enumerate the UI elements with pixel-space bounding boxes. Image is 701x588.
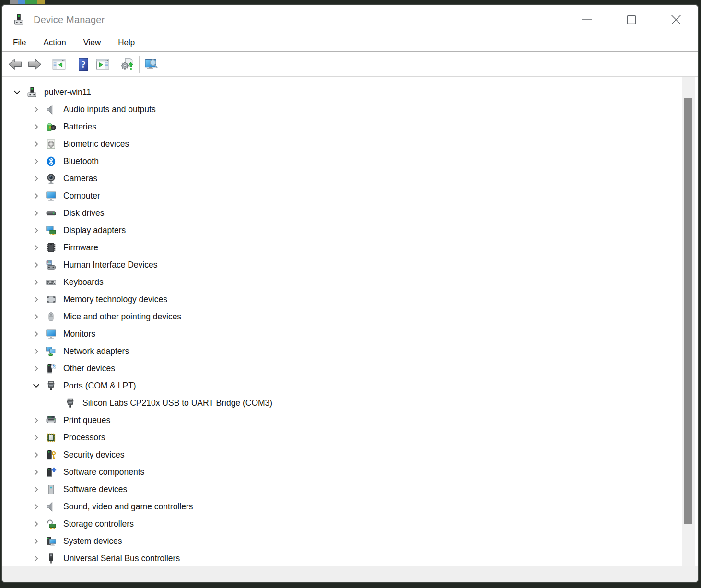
back-button[interactable]	[7, 56, 23, 72]
tree-item[interactable]: Processors	[2, 429, 698, 446]
chip-icon	[45, 242, 57, 254]
expand-chevron[interactable]	[27, 446, 45, 463]
menu-view[interactable]: View	[83, 37, 102, 48]
tree-item[interactable]: Sound, video and game controllers	[2, 498, 698, 515]
tree-item[interactable]: Biometric devices	[2, 135, 698, 153]
tree-item[interactable]: Batteries	[2, 118, 698, 135]
expand-chevron[interactable]	[27, 308, 45, 325]
tree-item[interactable]: Software components	[2, 463, 698, 481]
statusbar-section	[485, 566, 604, 583]
menu-help[interactable]: Help	[117, 37, 135, 48]
title-bar[interactable]: Device Manager	[2, 5, 698, 35]
expand-chevron[interactable]	[27, 550, 45, 566]
tree-item[interactable]: Print queues	[2, 412, 698, 429]
tree-item[interactable]: Human Interface Devices	[2, 256, 698, 273]
tree-item-label: Software devices	[63, 484, 127, 494]
desktop-artifact	[10, 0, 18, 4]
expand-chevron[interactable]	[27, 204, 45, 222]
show-action-pane-button[interactable]	[94, 56, 111, 72]
tree-item[interactable]: Security devices	[2, 446, 698, 463]
expand-chevron[interactable]	[27, 463, 45, 481]
expand-chevron[interactable]	[27, 342, 45, 360]
serial-port-icon	[45, 380, 57, 392]
tree-item-label: Firmware	[63, 243, 98, 253]
expand-chevron[interactable]	[27, 101, 45, 118]
tree-item[interactable]: Display adapters	[2, 222, 698, 239]
expand-chevron[interactable]	[27, 256, 45, 273]
expand-chevron[interactable]	[27, 239, 45, 256]
show-console-tree-button[interactable]	[51, 56, 67, 72]
tree-item[interactable]: Mice and other pointing devices	[2, 308, 698, 325]
tree-item-label: Display adapters	[63, 225, 126, 235]
vertical-scrollbar[interactable]	[682, 77, 695, 566]
expand-chevron[interactable]	[27, 187, 45, 204]
tree-item[interactable]: Ports (COM & LPT)	[2, 377, 698, 394]
tree-item-label: Print queues	[63, 415, 110, 425]
expand-chevron[interactable]	[46, 394, 64, 412]
menu-action[interactable]: Action	[43, 37, 66, 48]
desktop-artifact	[10, 0, 45, 4]
menu-file[interactable]: File	[12, 37, 26, 48]
expand-chevron[interactable]	[27, 273, 45, 291]
disk-icon	[45, 207, 57, 219]
tree-item[interactable]: Monitors	[2, 325, 698, 342]
expand-chevron[interactable]	[27, 532, 45, 550]
tree-item[interactable]: Memory technology devices	[2, 291, 698, 308]
expand-chevron[interactable]	[27, 515, 45, 532]
tree-item[interactable]: System devices	[2, 532, 698, 550]
expand-chevron[interactable]	[27, 429, 45, 446]
close-button[interactable]	[654, 5, 698, 35]
minimize-button[interactable]	[564, 5, 609, 35]
forward-button[interactable]	[26, 56, 43, 72]
tree-item[interactable]: Firmware	[2, 239, 698, 256]
show-console-tree-icon	[51, 57, 67, 72]
tree-item[interactable]: Software devices	[2, 481, 698, 498]
expand-chevron[interactable]	[27, 498, 45, 515]
unknown-device-icon	[45, 363, 57, 375]
speaker-icon	[45, 501, 57, 513]
expand-chevron[interactable]	[27, 135, 45, 153]
tree-item-label: Batteries	[63, 122, 96, 132]
tree-item-label: Computer	[63, 191, 100, 201]
bluetooth-icon	[45, 155, 57, 167]
fingerprint-icon	[45, 138, 57, 150]
help-button[interactable]	[75, 56, 92, 72]
tree-item[interactable]: pulver-win11	[2, 83, 698, 101]
expand-chevron[interactable]	[27, 153, 45, 170]
expand-chevron[interactable]	[27, 481, 45, 498]
tree-item[interactable]: Audio inputs and outputs	[2, 101, 698, 118]
expand-chevron[interactable]	[27, 325, 45, 342]
search-computer-button[interactable]	[143, 56, 160, 72]
expand-chevron[interactable]	[27, 118, 45, 135]
tree-item[interactable]: Universal Serial Bus controllers	[2, 550, 698, 566]
tree-item[interactable]: Disk drives	[2, 204, 698, 222]
tree-item-label: pulver-win11	[44, 87, 91, 97]
tree-item[interactable]: Bluetooth	[2, 153, 698, 170]
tree-item[interactable]: Network adapters	[2, 342, 698, 360]
tree-item-label: Memory technology devices	[63, 294, 167, 305]
expand-chevron[interactable]	[27, 360, 45, 377]
scan-hardware-changes-button[interactable]	[119, 56, 135, 72]
expand-chevron[interactable]	[27, 170, 45, 187]
toolbar-separator	[47, 56, 47, 73]
scrollbar-thumb[interactable]	[684, 98, 692, 524]
status-bar	[2, 566, 698, 583]
hid-icon	[45, 259, 57, 271]
expand-chevron[interactable]	[8, 83, 26, 101]
tree-item-label: Universal Serial Bus controllers	[63, 553, 180, 564]
tree-item-label: Monitors	[63, 329, 95, 339]
expand-chevron[interactable]	[27, 412, 45, 429]
expand-chevron[interactable]	[27, 222, 45, 239]
tree-item[interactable]: Storage controllers	[2, 515, 698, 532]
tree-item[interactable]: Other devices	[2, 360, 698, 377]
expand-chevron[interactable]	[27, 377, 45, 394]
expand-chevron[interactable]	[27, 291, 45, 308]
tree-item[interactable]: Cameras	[2, 170, 698, 187]
maximize-button[interactable]	[609, 5, 654, 35]
tree-item[interactable]: Computer	[2, 187, 698, 204]
tree-item[interactable]: Silicon Labs CP210x USB to UART Bridge (…	[2, 394, 698, 412]
tree-item[interactable]: Keyboards	[2, 273, 698, 291]
tree-item-label: Human Interface Devices	[63, 260, 157, 270]
keyboard-icon	[45, 276, 57, 288]
minimize-icon	[580, 13, 594, 26]
